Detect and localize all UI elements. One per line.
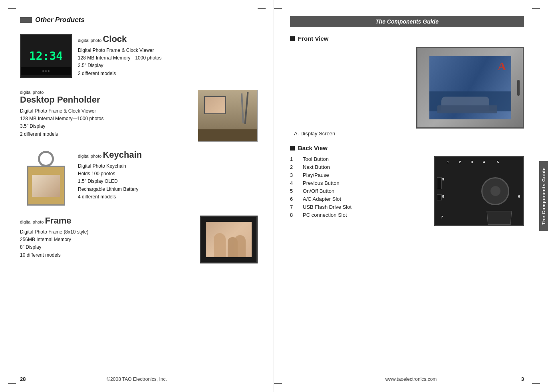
list-item-7: 7 USB Flash Drive Slot: [290, 204, 426, 210]
frame-spec-0: Digital Photo Frame (8x10 style): [20, 228, 196, 236]
keychain-body: [27, 166, 65, 206]
dot1: [42, 70, 44, 72]
penholder-image: [198, 90, 258, 142]
list-item-8: 8 PC connection Slot: [290, 212, 426, 218]
keychain-image-container: [20, 150, 72, 208]
dot2: [45, 70, 47, 72]
frame-text: digital photo Frame Digital Photo Frame …: [20, 216, 200, 259]
control-center: [490, 186, 500, 196]
clock-text: digital photo Clock Digital Photo Frame …: [72, 34, 258, 77]
penholder-specs: Digital Photo Frame & Clock Viewer 128 M…: [20, 107, 198, 138]
label-1: Tool Button: [303, 156, 329, 162]
clock-bottom: [21, 67, 71, 75]
back-view-text: Back View: [298, 145, 328, 151]
left-footer: ©2008 TAO Electronics, Inc.: [107, 376, 167, 382]
front-view-label: Front View: [290, 35, 524, 42]
pen2: [241, 93, 244, 123]
corner-mark-tl: [8, 8, 16, 9]
figure1: [214, 233, 226, 257]
list-item-4: 4 Previous Button: [290, 180, 426, 186]
back-num-6: 6: [518, 194, 520, 198]
frame-spec-1: 256MB Internal Memory: [20, 236, 196, 244]
label-6: A/C Adapter Slot: [303, 196, 341, 202]
num-3: 3: [290, 172, 298, 178]
keychain-specs: Digital Photo Keychain Holds 100 photos …: [78, 162, 252, 201]
label-3: Play/Pause: [303, 172, 329, 178]
penholder-photo: [205, 97, 225, 113]
left-page-number: 28: [20, 376, 26, 382]
back-num-2: 2: [459, 160, 461, 164]
control-wheel: [481, 177, 509, 205]
keychain-spec-1: Holds 100 photos: [78, 170, 252, 178]
label-5: On/Off Button: [303, 188, 334, 194]
clock-spec-1: 128 MB Internal Memory—1000 photos: [78, 54, 252, 62]
front-view-frame: A: [416, 47, 524, 129]
num-4: 4: [290, 180, 298, 186]
label-8: PC connection Slot: [303, 212, 347, 218]
product-clock: 12:34 digital photo Clock Digital Photo …: [20, 34, 258, 78]
back-view-image: 1 2 3 4 5 6 7 8 9: [434, 156, 524, 226]
left-section-title: Other Products: [35, 16, 85, 24]
back-stand: [486, 211, 512, 225]
front-view-section: Front View A A.: [290, 35, 524, 137]
list-item-5: 5 On/Off Button: [290, 188, 426, 194]
corner-mark-rb: [532, 383, 540, 384]
front-view-text: Front View: [298, 35, 328, 42]
keychain-ring: [38, 151, 54, 167]
penholder-name: Desktop Penholder: [20, 95, 198, 105]
keychain-brand-prefix: digital photo: [78, 154, 101, 158]
page-wrapper: Other Products 12:34 digital photo Clock: [0, 0, 548, 392]
back-num-5: 5: [497, 160, 499, 164]
label-4: Previous Button: [303, 180, 340, 186]
right-section-header: The Components Guide: [290, 16, 524, 27]
list-item-2: 2 Next Button: [290, 164, 426, 170]
keychain-brand: digital photo Keychain: [78, 150, 252, 160]
clock-spec-3: 2 different models: [78, 70, 252, 77]
left-section-header: Other Products: [20, 16, 258, 24]
num-5: 5: [290, 188, 298, 194]
num-8: 8: [290, 212, 298, 218]
car-body: [437, 105, 497, 113]
penholder-spec-2: 3.5" Display: [20, 123, 198, 130]
num-6: 6: [290, 196, 298, 202]
keychain-spec-0: Digital Photo Keychain: [78, 162, 252, 170]
frame-spec-3: 10 different models: [20, 251, 196, 259]
product-keychain: digital photo Keychain Digital Photo Key…: [20, 150, 258, 208]
keychain-screen: [32, 175, 60, 197]
frame-brand: digital photo Frame: [20, 216, 196, 226]
clock-dots: [42, 70, 50, 72]
clock-spec-0: Digital Photo Frame & Clock Viewer: [78, 47, 252, 54]
front-view-image-container: A: [290, 47, 524, 129]
display-screen-label: A. Display Screen: [294, 131, 524, 137]
frame-spec-2: 8" Display: [20, 244, 196, 251]
back-num-8: 8: [442, 194, 444, 198]
penholder-spec-3: 2 different models: [20, 131, 198, 138]
list-item-3: 3 Play/Pause: [290, 172, 426, 178]
num-7: 7: [290, 204, 298, 210]
frame-product-image: [200, 216, 258, 263]
back-num-4: 4: [483, 160, 485, 164]
keychain-spec-2: 1.5" Display OLED: [78, 178, 252, 185]
frame-name: Frame: [45, 216, 71, 226]
penholder-brand-prefix: digital photo: [20, 90, 44, 95]
clock-spec-2: 3.5" Display: [78, 62, 252, 69]
list-item-1: 1 Tool Button: [290, 156, 426, 162]
keychain-spec-3: Rechargable Lithium Battery: [78, 186, 252, 193]
side-tab-label: The Components Guide: [541, 167, 546, 225]
product-frame: digital photo Frame Digital Photo Frame …: [20, 216, 258, 263]
penholder-brand: digital photo Desktop Penholder: [20, 90, 198, 105]
back-num-1: 1: [447, 160, 449, 164]
corner-mark-bl: [8, 383, 16, 384]
back-view-icon: [290, 146, 295, 150]
front-view-icon: [290, 36, 295, 41]
label-2: Next Button: [303, 164, 330, 170]
product-penholder: digital photo Desktop Penholder Digital …: [20, 90, 258, 142]
corner-mark-rt: [532, 8, 540, 9]
right-page-number: 3: [521, 376, 524, 382]
back-view-label: Back View: [290, 145, 524, 151]
corner-mark-lbr: [274, 383, 282, 384]
back-num-7: 7: [441, 215, 443, 219]
clock-brand-prefix: digital photo: [78, 38, 101, 43]
clock-specs: Digital Photo Frame & Clock Viewer 128 M…: [78, 47, 252, 77]
label-7: USB Flash Drive Slot: [303, 204, 351, 210]
